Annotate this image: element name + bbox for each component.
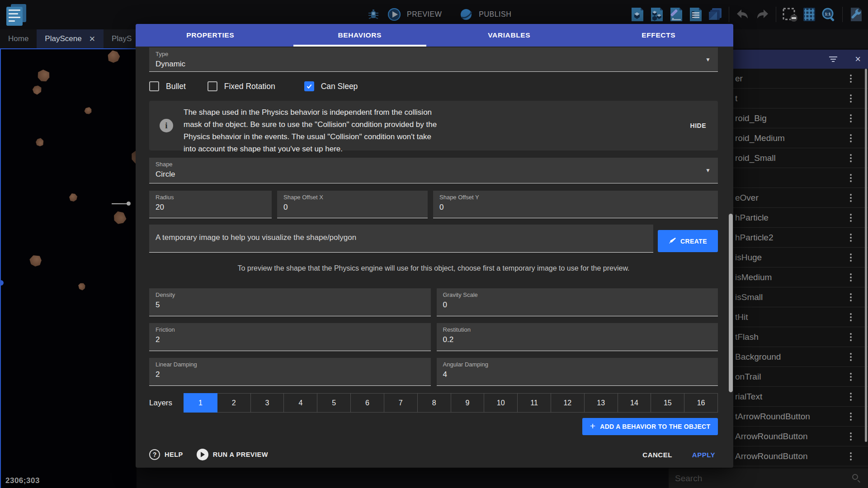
tab-home[interactable]: Home (0, 29, 37, 48)
layer-cell-12[interactable]: 12 (551, 393, 585, 413)
item-menu-icon[interactable] (850, 234, 852, 242)
preview-label[interactable]: PREVIEW (407, 10, 442, 19)
checkbox-bullet[interactable]: Bullet (149, 81, 186, 91)
item-menu-icon[interactable] (850, 353, 852, 361)
checked-checkbox-icon[interactable] (304, 81, 314, 91)
redo-icon[interactable] (754, 6, 770, 23)
layers-icon[interactable] (707, 6, 723, 23)
layer-cell-5[interactable]: 5 (317, 393, 351, 413)
hide-button[interactable]: HIDE (690, 122, 706, 129)
publish-label[interactable]: PUBLISH (479, 10, 511, 19)
asteroid-object[interactable] (106, 49, 120, 63)
search-bar[interactable]: Search (669, 469, 868, 488)
item-menu-icon[interactable] (850, 373, 852, 381)
layer-cell-7[interactable]: 7 (384, 393, 418, 413)
instances-icon[interactable] (649, 6, 665, 23)
add-behavior-button[interactable]: + ADD A BEHAVIOR TO THE OBJECT (582, 418, 718, 435)
search-input[interactable]: Search (675, 474, 702, 483)
item-menu-icon[interactable] (850, 313, 852, 321)
tab-playscene[interactable]: PlayScene ✕ (37, 29, 104, 48)
create-button[interactable]: CREATE (658, 230, 718, 252)
gravity-scale-field[interactable]: Gravity Scale 0 (437, 288, 718, 316)
events-sheet-icon[interactable] (688, 6, 704, 23)
project-manager-icon[interactable] (6, 4, 27, 26)
layer-cell-8[interactable]: 8 (417, 393, 451, 413)
undo-icon[interactable] (735, 6, 751, 23)
help-button[interactable]: HELP (165, 451, 183, 458)
asteroid-object[interactable] (34, 137, 46, 148)
item-menu-icon[interactable] (850, 253, 852, 262)
dialog-scrollbar[interactable] (729, 214, 733, 392)
asteroid-object[interactable] (28, 253, 44, 269)
layer-cell-9[interactable]: 9 (451, 393, 485, 413)
layer-cell-4[interactable]: 4 (283, 393, 317, 413)
radius-field[interactable]: Radius 20 (149, 191, 272, 218)
unchecked-checkbox-icon[interactable] (208, 81, 217, 91)
item-menu-icon[interactable] (850, 154, 852, 162)
temp-image-field[interactable]: A temporary image to help you visualize … (149, 225, 653, 253)
item-menu-icon[interactable] (850, 134, 852, 142)
preview-play-icon[interactable] (386, 6, 402, 23)
item-menu-icon[interactable] (850, 293, 852, 301)
asteroid-object[interactable] (69, 193, 77, 202)
run-preview-icon[interactable] (197, 449, 208, 460)
dialog-tab-effects[interactable]: EFFECTS (584, 24, 734, 47)
dialog-tab-behaviors[interactable]: BEHAVIORS (285, 24, 435, 47)
layer-cell-11[interactable]: 11 (517, 393, 551, 413)
type-dropdown[interactable]: Type Dynamic ▼ (149, 47, 718, 72)
objects-icon[interactable] (629, 6, 646, 23)
layer-cell-13[interactable]: 13 (584, 393, 618, 413)
layer-cell-1[interactable]: 1 (184, 393, 217, 413)
density-field[interactable]: Density 5 (149, 288, 431, 316)
panel-close-icon[interactable]: × (855, 54, 861, 64)
asteroid-object[interactable] (77, 282, 87, 292)
item-menu-icon[interactable] (850, 194, 852, 202)
shape-offset-y-field[interactable]: Shape Offset Y 0 (433, 191, 718, 218)
scene-origin-handle[interactable] (0, 280, 4, 286)
unchecked-checkbox-icon[interactable] (149, 81, 159, 91)
layer-cell-15[interactable]: 15 (651, 393, 684, 413)
cancel-button[interactable]: CANCEL (642, 451, 672, 459)
asteroid-object[interactable] (111, 209, 128, 226)
scene-editor[interactable]: 2306;303 (0, 48, 137, 488)
item-menu-icon[interactable] (850, 393, 852, 401)
checkbox-can-sleep[interactable]: Can Sleep (304, 81, 358, 91)
shape-offset-x-field[interactable]: Shape Offset X 0 (277, 191, 428, 218)
layer-cell-6[interactable]: 6 (350, 393, 384, 413)
linear-damping-field[interactable]: Linear Damping 2 (149, 358, 431, 386)
run-preview-button[interactable]: RUN A PREVIEW (213, 451, 268, 458)
dialog-tab-variables[interactable]: VARIABLES (434, 24, 584, 47)
asteroid-object[interactable] (31, 84, 43, 96)
close-tab-icon[interactable]: ✕ (89, 34, 95, 44)
layer-cell-14[interactable]: 14 (618, 393, 651, 413)
angular-damping-field[interactable]: Angular Damping 4 (437, 358, 718, 386)
item-menu-icon[interactable] (850, 174, 852, 182)
mask-icon[interactable] (782, 6, 798, 23)
checkbox-fixed-rotation[interactable]: Fixed Rotation (208, 81, 275, 91)
zoom-1-1-icon[interactable]: 1:1 (821, 6, 837, 23)
panel-scrollbar[interactable] (865, 69, 867, 442)
asteroid-object[interactable] (36, 68, 50, 82)
item-menu-icon[interactable] (850, 452, 852, 460)
shape-dropdown[interactable]: Shape Circle ▼ (149, 158, 718, 183)
asteroid-object[interactable] (83, 106, 94, 116)
publish-planet-icon[interactable] (458, 6, 474, 23)
layer-cell-2[interactable]: 2 (217, 393, 251, 413)
layer-cell-16[interactable]: 16 (684, 393, 718, 413)
item-menu-icon[interactable] (850, 273, 852, 282)
layer-cell-10[interactable]: 10 (484, 393, 518, 413)
help-icon[interactable]: ? (149, 449, 160, 460)
item-menu-icon[interactable] (850, 114, 852, 122)
debugger-icon[interactable] (365, 6, 382, 23)
item-menu-icon[interactable] (850, 432, 852, 441)
item-menu-icon[interactable] (850, 333, 852, 341)
layer-cell-3[interactable]: 3 (250, 393, 284, 413)
dialog-tab-properties[interactable]: PROPERTIES (136, 24, 285, 47)
wrench-icon[interactable] (848, 6, 864, 23)
item-menu-icon[interactable] (850, 413, 852, 421)
edit-scene-icon[interactable] (668, 6, 684, 23)
item-menu-icon[interactable] (850, 94, 852, 103)
filter-icon[interactable] (829, 56, 838, 62)
gizmo-handle[interactable] (127, 202, 131, 206)
grid-icon[interactable] (801, 6, 817, 23)
